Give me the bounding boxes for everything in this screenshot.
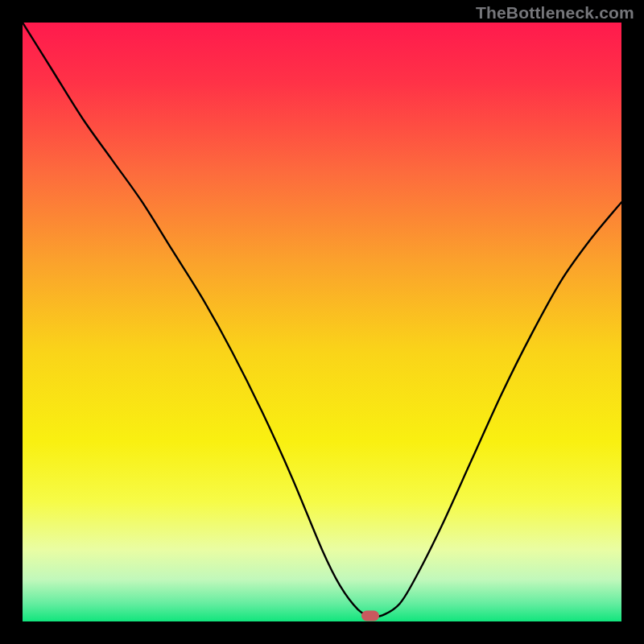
background-gradient: [23, 23, 621, 621]
svg-rect-0: [23, 23, 621, 621]
chart-frame: TheBottleneck.com: [0, 0, 644, 644]
plot-area: [23, 23, 621, 621]
optimum-marker: [361, 611, 379, 621]
watermark-text: TheBottleneck.com: [476, 3, 634, 23]
